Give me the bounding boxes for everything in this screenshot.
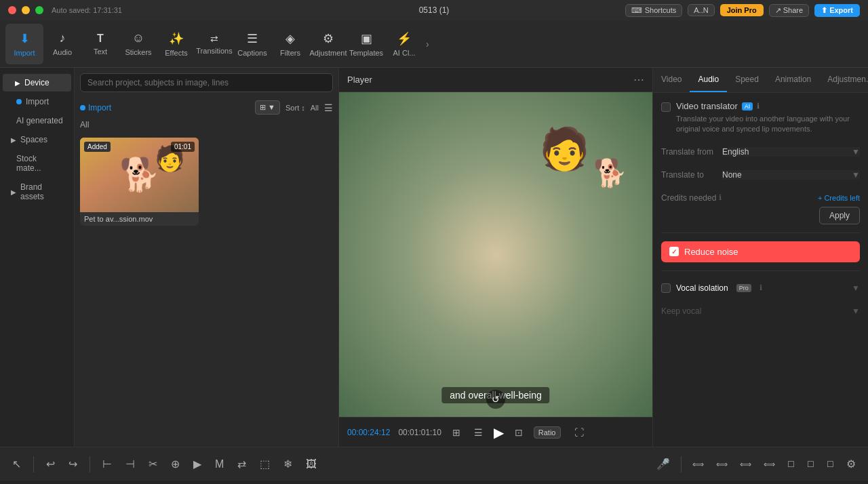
grid-view-ctrl[interactable]: ⊞ [450, 426, 463, 439]
toolbar-item-stickers[interactable]: ☺ Stickers [119, 24, 157, 64]
player-controls: 00:00:24:12 00:01:01:10 ⊞ ☰ ▶ ⊡ Ratio ⛶ [339, 417, 652, 447]
apply-button[interactable]: Apply [819, 207, 860, 224]
info-icon: ℹ [757, 102, 760, 110]
translate-to-row: Translate to None ▼ [661, 166, 860, 184]
search-input[interactable] [80, 73, 333, 92]
toolbar-item-adjustment[interactable]: ⚙ Adjustment [309, 24, 347, 64]
chevron-down-icon-vocal: ▼ [852, 283, 860, 293]
toolbar-item-captions[interactable]: ☰ Captions [233, 24, 271, 64]
media-toolbar: Import ⊞ ▼ Sort ↕ All ☰ [75, 98, 338, 117]
timeline-ctrl-3[interactable]: ⟺ [736, 457, 755, 472]
export-button[interactable]: ⬆ Export [814, 4, 860, 17]
join-pro-button[interactable]: Join Pro [720, 4, 764, 16]
media-item[interactable]: 🐕 🧑 Added 01:01 Pet to av...ssion.mov [80, 138, 199, 226]
zoom-fit-button[interactable]: ⊡ [512, 426, 526, 439]
select-tool-button[interactable]: ↖ [8, 455, 25, 473]
trim-end-button[interactable]: ⊣ [121, 455, 139, 473]
sidebar-label-spaces: Spaces [20, 135, 47, 144]
toolbar-item-audio[interactable]: ♪ Audio [43, 24, 81, 64]
rotation-control[interactable]: ↺ [486, 390, 505, 409]
timeline-ctrl-4[interactable]: ⟺ [760, 457, 779, 472]
toolbar-item-effects[interactable]: ✨ Effects [157, 24, 195, 64]
tab-animation[interactable]: Animation [767, 68, 819, 92]
reduce-noise-row[interactable]: Reduce noise [661, 241, 860, 262]
video-dog-icon: 🐕 [593, 157, 627, 189]
mic-button[interactable]: 🎤 [652, 455, 674, 473]
maximize-button[interactable] [35, 6, 43, 14]
chevron-down-icon: ▼ [852, 147, 860, 157]
translate-to-select[interactable]: None ▼ [722, 170, 860, 180]
toolbar-item-transitions[interactable]: ⇄ Transitions [195, 24, 233, 64]
sort-button[interactable]: Sort ↕ [285, 104, 305, 112]
timeline-ctrl-7[interactable]: ☐ [823, 457, 838, 472]
tab-video[interactable]: Video [653, 68, 690, 92]
sidebar-item-import[interactable]: Import [3, 93, 71, 110]
grid-view-button[interactable]: ⊞ ▼ [255, 100, 280, 115]
bottom-toolbar: ↖ ↩ ↪ ⊢ ⊣ ✂ ⊕ ▶ M ⇄ ⬚ ❄ 🖼 🎤 ⟺ ⟺ ⟺ ⟺ ☐ ☐ … [0, 447, 868, 481]
share-button[interactable]: ↗ Share [769, 4, 809, 17]
list-view-ctrl[interactable]: ☰ [471, 426, 486, 439]
filters-icon: ◈ [285, 31, 295, 46]
tab-speed[interactable]: Speed [727, 68, 767, 92]
timeline-ctrl-2[interactable]: ⟺ [712, 457, 732, 472]
sidebar-item-device[interactable]: ▶ Device [3, 74, 71, 92]
keep-vocal-label: Keep vocal [661, 306, 701, 316]
timeline-ctrl-1[interactable]: ⟺ [688, 457, 708, 472]
tab-adjustment[interactable]: Adjustmen... [819, 68, 868, 92]
fullscreen-button[interactable]: ⛶ [574, 427, 584, 438]
sidebar-item-brand-assets[interactable]: ▶ Brand assets [3, 178, 71, 205]
shortcuts-button[interactable]: ⌨ Shortcuts [625, 4, 682, 17]
separator-3 [681, 456, 682, 472]
reduce-noise-label: Reduce noise [684, 247, 738, 257]
toolbar-label-import: Import [14, 49, 35, 57]
divider-2 [661, 270, 860, 271]
close-button[interactable] [8, 6, 16, 14]
share-icon: ↗ [775, 6, 781, 14]
play-button[interactable]: ▶ [494, 424, 504, 441]
sidebar-item-stock-mate[interactable]: Stock mate... [3, 150, 71, 177]
video-scene: 🧑 🐕 and overall well-being [339, 92, 652, 417]
duration-badge: 01:01 [171, 142, 195, 152]
timeline-ctrl-6[interactable]: ☐ [803, 457, 818, 472]
ratio-button[interactable]: Ratio [534, 426, 561, 439]
speed-button[interactable]: ▶ [189, 455, 205, 473]
transition-button[interactable]: ⇄ [233, 455, 250, 473]
all-files-button[interactable]: All [311, 104, 319, 112]
import-media-button[interactable]: Import [80, 103, 111, 113]
redo-button[interactable]: ↪ [64, 455, 81, 473]
sidebar-item-ai-generated[interactable]: AI generated [3, 112, 71, 129]
crop-button[interactable]: ⬚ [256, 455, 274, 473]
trim-start-button[interactable]: ⊢ [98, 455, 116, 473]
credits-info-icon: ℹ [719, 193, 722, 202]
sidebar-item-spaces[interactable]: ▶ Spaces [3, 131, 71, 148]
toolbar-label-text: Text [94, 47, 107, 56]
toolbar-item-text[interactable]: T Text [81, 24, 119, 64]
keep-vocal-chevron[interactable]: ▼ [852, 306, 860, 316]
toolbar-item-filters[interactable]: ◈ Filters [271, 24, 309, 64]
image-button[interactable]: 🖼 [302, 456, 321, 473]
translate-from-select[interactable]: English ▼ [722, 147, 860, 157]
reduce-noise-checkbox[interactable] [669, 247, 679, 256]
freeze-button[interactable]: ❄ [279, 455, 296, 473]
chevron-down-icon-to: ▼ [852, 170, 860, 180]
timeline-ctrl-5[interactable]: ☐ [783, 457, 799, 472]
vocal-isolation-checkbox[interactable] [661, 283, 671, 293]
import-btn-label: Import [88, 103, 111, 113]
split-button[interactable]: ✂ [144, 455, 161, 473]
add-button[interactable]: ⊕ [167, 455, 184, 473]
toolbar-expand-icon[interactable]: › [426, 39, 429, 49]
player-menu-icon[interactable]: ⋯ [633, 73, 644, 86]
mirror-button[interactable]: M [211, 456, 228, 473]
tab-audio[interactable]: Audio [690, 68, 727, 92]
video-translator-checkbox[interactable] [661, 102, 671, 112]
timeline-settings-button[interactable]: ⚙ [842, 455, 860, 473]
import-icon: ⬇ [20, 31, 30, 46]
filter-button[interactable]: ☰ [324, 102, 333, 113]
toolbar-item-templates[interactable]: ▣ Templates [347, 24, 385, 64]
credits-add-button[interactable]: + Credits left [818, 194, 860, 202]
minimize-button[interactable] [22, 6, 30, 14]
user-button[interactable]: A..N [688, 4, 714, 16]
undo-button[interactable]: ↩ [42, 455, 59, 473]
toolbar-item-ai-clip[interactable]: ⚡ AI Cl... [385, 24, 423, 64]
toolbar-item-import[interactable]: ⬇ Import [5, 24, 43, 64]
